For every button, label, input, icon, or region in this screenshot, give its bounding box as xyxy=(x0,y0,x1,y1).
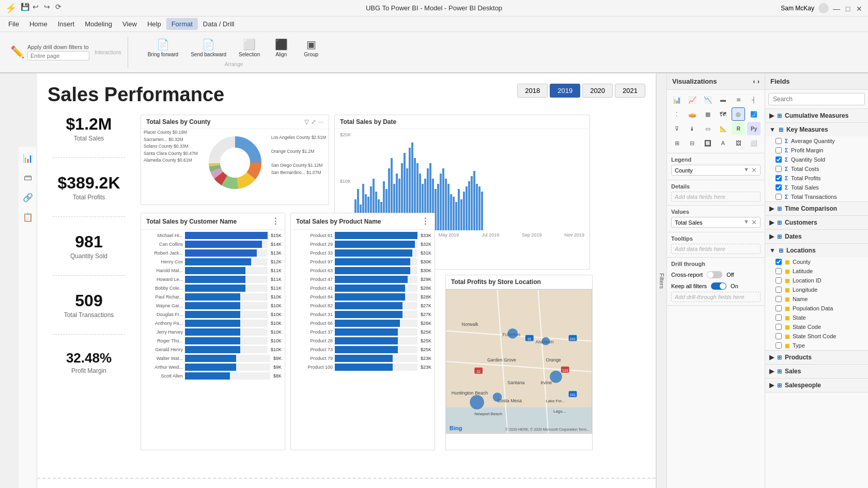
viz-expand-right[interactable]: › xyxy=(757,77,760,85)
dax-query-icon[interactable]: 📋 xyxy=(21,210,35,224)
viz-icon-gauge[interactable]: 🌡 xyxy=(686,122,699,135)
viz-icon-button[interactable]: ⬜ xyxy=(747,136,761,150)
menu-item-modeling[interactable]: Modeling xyxy=(80,18,117,30)
menu-item-insert[interactable]: Insert xyxy=(53,18,80,30)
field-checkbox[interactable] xyxy=(776,268,782,274)
viz-icon-matrix[interactable]: ⊟ xyxy=(686,136,699,150)
viz-icon-table[interactable]: ⊞ xyxy=(670,136,684,150)
donut-focus-btn[interactable]: ⤢ xyxy=(311,118,316,125)
field-item[interactable]: Σ Total Transactions xyxy=(765,192,868,201)
field-item[interactable]: Σ Quantity Sold xyxy=(765,155,868,164)
field-checkbox[interactable] xyxy=(776,138,782,144)
viz-icon-card[interactable]: ▭ xyxy=(701,122,715,135)
align-btn[interactable]: ⬛ Align xyxy=(268,36,294,59)
redo-btn[interactable]: ↪ xyxy=(43,3,51,10)
menu-item-format[interactable]: Format xyxy=(166,18,198,30)
field-item[interactable]: ▦ State Code xyxy=(765,322,868,332)
viz-icon-py[interactable]: Py xyxy=(747,122,761,135)
viz-expand-left[interactable]: ‹ xyxy=(753,77,755,85)
viz-icon-ribbon[interactable]: ≋ xyxy=(732,93,745,106)
field-checkbox[interactable] xyxy=(776,175,782,181)
fields-section-header[interactable]: ▶ ⊞ Sales xyxy=(765,365,868,378)
field-item[interactable]: Σ Profit Margin xyxy=(765,146,868,155)
field-checkbox[interactable] xyxy=(776,277,782,284)
fields-section-header[interactable]: ▶ ⊞ Time Comparison xyxy=(765,202,868,215)
field-checkbox[interactable] xyxy=(776,184,782,191)
menu-item-help[interactable]: Help xyxy=(142,18,166,30)
viz-values-remove-btn[interactable]: ✕ xyxy=(751,218,757,226)
save-btn[interactable]: 💾 xyxy=(21,3,28,10)
viz-icon-bar[interactable]: 📊 xyxy=(670,93,684,106)
year-2021-btn[interactable]: 2021 xyxy=(615,84,645,98)
field-item[interactable]: ▦ Population Data xyxy=(765,304,868,313)
undo-btn[interactable]: ↩ xyxy=(32,3,39,10)
maximize-btn[interactable]: □ xyxy=(844,5,851,12)
field-item[interactable]: Σ Total Sales xyxy=(765,183,868,192)
field-item[interactable]: ▦ Longitude xyxy=(765,285,868,294)
close-btn[interactable]: ✕ xyxy=(856,5,863,12)
year-2018-btn[interactable]: 2018 xyxy=(517,84,548,98)
viz-drillthrough-cross-toggle[interactable] xyxy=(707,271,722,278)
field-item[interactable]: ▦ Latitude xyxy=(765,266,868,276)
send-backward-btn[interactable]: 📄 Send backward xyxy=(187,36,230,59)
viz-icon-slicer[interactable]: 🔲 xyxy=(701,136,715,150)
fields-section-header[interactable]: ▼ ⊞ Locations xyxy=(765,244,868,257)
field-checkbox[interactable] xyxy=(776,287,782,293)
fields-section-header[interactable]: ▶ ⊞ Cumulative Measures xyxy=(765,109,868,122)
interactions-dropdown[interactable] xyxy=(27,51,89,60)
viz-legend-dropdown-icon[interactable]: ▼ xyxy=(743,166,749,174)
donut-filter-btn[interactable]: ▽ xyxy=(304,118,309,125)
field-checkbox[interactable] xyxy=(776,166,782,172)
field-checkbox[interactable] xyxy=(776,147,782,153)
viz-legend-remove-btn[interactable]: ✕ xyxy=(751,166,757,174)
viz-values-dropdown-icon[interactable]: ▼ xyxy=(743,218,749,226)
field-checkbox[interactable] xyxy=(776,324,782,330)
viz-icon-pie[interactable]: 🥧 xyxy=(686,107,699,121)
field-checkbox[interactable] xyxy=(776,194,782,200)
model-view-icon[interactable]: 🔗 xyxy=(21,190,35,204)
filters-tab[interactable]: Filters xyxy=(656,73,667,488)
viz-icon-scatter[interactable]: ⁚ xyxy=(670,107,684,121)
report-view-icon[interactable]: 📊 xyxy=(21,151,35,165)
fields-search-input[interactable] xyxy=(768,93,865,105)
viz-icon-filled-map[interactable]: 🗾 xyxy=(747,107,761,121)
year-2020-btn[interactable]: 2020 xyxy=(582,84,613,98)
viz-icon-r[interactable]: R xyxy=(732,122,745,135)
field-checkbox[interactable] xyxy=(776,342,782,349)
bring-forward-btn[interactable]: 📄 Bring forward xyxy=(144,36,182,59)
menu-item-home[interactable]: Home xyxy=(24,18,53,30)
minimize-btn[interactable]: — xyxy=(833,5,840,12)
viz-icon-line[interactable]: 📈 xyxy=(686,93,699,106)
fields-section-header[interactable]: ▶ ⊞ Dates xyxy=(765,230,868,243)
viz-drillthrough-keepall-toggle[interactable] xyxy=(711,282,726,290)
refresh-btn[interactable]: ⟳ xyxy=(55,3,62,10)
fields-section-header[interactable]: ▶ ⊞ Salespeople xyxy=(765,379,868,392)
selection-btn[interactable]: ⬜ Selection xyxy=(235,36,264,59)
bar-customers-scroll[interactable]: ⋮ xyxy=(271,216,280,226)
viz-icon-stacked-bar[interactable]: ▬ xyxy=(717,93,730,106)
data-view-icon[interactable]: 🗃 xyxy=(21,170,35,185)
field-item[interactable]: ▦ Location ID xyxy=(765,276,868,285)
field-checkbox[interactable] xyxy=(776,259,782,265)
field-checkbox[interactable] xyxy=(776,296,782,302)
field-checkbox[interactable] xyxy=(776,305,782,311)
viz-icon-area[interactable]: 📉 xyxy=(701,93,715,106)
fields-section-header[interactable]: ▶ ⊞ Products xyxy=(765,351,868,364)
group-btn[interactable]: ▣ Group xyxy=(298,36,324,59)
field-checkbox[interactable] xyxy=(776,333,782,339)
year-2019-btn[interactable]: 2019 xyxy=(550,84,580,98)
field-checkbox[interactable] xyxy=(776,156,782,163)
donut-more-btn[interactable]: ··· xyxy=(318,118,323,125)
field-item[interactable]: Σ Total Profits xyxy=(765,174,868,183)
fields-section-header[interactable]: ▶ ⊞ Customers xyxy=(765,216,868,229)
field-item[interactable]: Σ Average Quantity xyxy=(765,136,868,146)
menu-item-data--drill[interactable]: Data / Drill xyxy=(198,18,240,30)
viz-icon-funnel[interactable]: ⊽ xyxy=(670,122,684,135)
field-checkbox[interactable] xyxy=(776,314,782,321)
field-item[interactable]: Σ Total Costs xyxy=(765,164,868,174)
viz-icon-treemap[interactable]: ▦ xyxy=(701,107,715,121)
fields-section-header[interactable]: ▼ ⊞ Key Measures xyxy=(765,123,868,136)
viz-icon-waterfall[interactable]: ┤ xyxy=(747,93,761,106)
field-item[interactable]: ▦ State Short Code xyxy=(765,332,868,341)
bar-products-scroll[interactable]: ⋮ xyxy=(421,216,429,226)
